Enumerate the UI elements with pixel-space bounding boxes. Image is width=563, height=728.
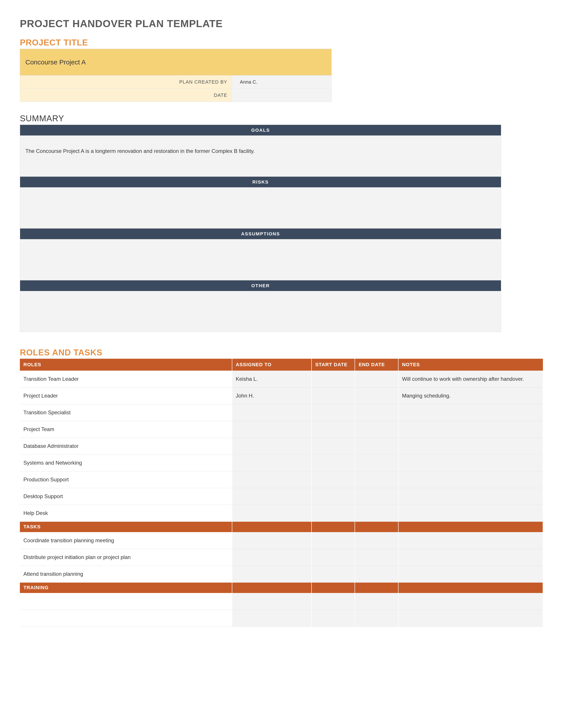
summary-other-body[interactable] — [20, 291, 501, 332]
assigned-cell[interactable] — [232, 532, 312, 549]
notes-cell[interactable] — [398, 404, 543, 421]
role-cell[interactable]: Project Leader — [20, 387, 232, 404]
notes-cell[interactable]: Manging scheduling. — [398, 387, 543, 404]
assigned-cell[interactable]: Keisha L. — [232, 371, 312, 387]
col-notes: NOTES — [398, 359, 543, 371]
notes-cell[interactable] — [398, 532, 543, 549]
end-cell[interactable] — [355, 488, 398, 505]
start-cell[interactable] — [312, 593, 355, 610]
summary-goals-body[interactable]: The Concourse Project A is a longterm re… — [20, 135, 501, 176]
task-row: Attend transition planning — [20, 566, 543, 582]
role-cell[interactable]: Transition Specialist — [20, 404, 232, 421]
role-cell[interactable]: Distribute project initiation plan or pr… — [20, 549, 232, 566]
assigned-cell[interactable] — [232, 471, 312, 488]
start-cell[interactable] — [312, 532, 355, 549]
col-start: START DATE — [312, 359, 355, 371]
task-row: Distribute project initiation plan or pr… — [20, 549, 543, 566]
date-value[interactable] — [232, 89, 332, 102]
col-assigned: ASSIGNED TO — [232, 359, 312, 371]
end-cell[interactable] — [355, 438, 398, 454]
start-cell[interactable] — [312, 471, 355, 488]
end-cell[interactable] — [355, 421, 398, 438]
notes-cell[interactable] — [398, 610, 543, 627]
end-cell[interactable] — [355, 387, 398, 404]
summary-risks-body[interactable] — [20, 187, 501, 228]
role-row: Production Support — [20, 471, 543, 488]
assigned-cell[interactable] — [232, 488, 312, 505]
start-cell[interactable] — [312, 454, 355, 471]
notes-cell[interactable] — [398, 549, 543, 566]
plan-created-by-value[interactable]: Anna C. — [232, 75, 332, 89]
end-cell[interactable] — [355, 593, 398, 610]
training-subheader: TRAINING — [20, 582, 543, 593]
role-cell[interactable] — [20, 593, 232, 610]
assigned-cell[interactable] — [232, 438, 312, 454]
assigned-cell[interactable] — [232, 505, 312, 522]
end-cell[interactable] — [355, 566, 398, 582]
notes-cell[interactable] — [398, 454, 543, 471]
notes-cell[interactable] — [398, 505, 543, 522]
role-row: Systems and Networking — [20, 454, 543, 471]
assigned-cell[interactable] — [232, 566, 312, 582]
start-cell[interactable] — [312, 610, 355, 627]
notes-cell[interactable] — [398, 438, 543, 454]
project-name-cell[interactable]: Concourse Project A — [20, 49, 332, 75]
summary-assumptions-body[interactable] — [20, 239, 501, 280]
role-cell[interactable]: Production Support — [20, 471, 232, 488]
assigned-cell[interactable]: John H. — [232, 387, 312, 404]
role-cell[interactable]: Coordinate transition planning meeting — [20, 532, 232, 549]
start-cell[interactable] — [312, 566, 355, 582]
project-title-heading: PROJECT TITLE — [20, 38, 543, 47]
role-cell[interactable]: Database Administrator — [20, 438, 232, 454]
summary-assumptions-band: ASSUMPTIONS — [20, 228, 501, 239]
assigned-cell[interactable] — [232, 593, 312, 610]
role-cell[interactable] — [20, 610, 232, 627]
project-title-table: Concourse Project A PLAN CREATED BY Anna… — [20, 49, 332, 102]
assigned-cell[interactable] — [232, 421, 312, 438]
notes-cell[interactable] — [398, 421, 543, 438]
assigned-cell[interactable] — [232, 610, 312, 627]
notes-cell[interactable] — [398, 471, 543, 488]
notes-cell[interactable] — [398, 488, 543, 505]
start-cell[interactable] — [312, 371, 355, 387]
assigned-cell[interactable] — [232, 404, 312, 421]
start-cell[interactable] — [312, 404, 355, 421]
notes-cell[interactable] — [398, 566, 543, 582]
role-row: Project LeaderJohn H.Manging scheduling. — [20, 387, 543, 404]
end-cell[interactable] — [355, 454, 398, 471]
start-cell[interactable] — [312, 505, 355, 522]
role-row: Help Desk — [20, 505, 543, 522]
role-row: Transition Specialist — [20, 404, 543, 421]
summary-risks-band: RISKS — [20, 176, 501, 187]
start-cell[interactable] — [312, 438, 355, 454]
start-cell[interactable] — [312, 549, 355, 566]
training-row — [20, 610, 543, 627]
role-row: Transition Team LeaderKeisha L.Will cont… — [20, 371, 543, 387]
start-cell[interactable] — [312, 421, 355, 438]
assigned-cell[interactable] — [232, 549, 312, 566]
notes-cell[interactable]: Will continue to work with ownership aft… — [398, 371, 543, 387]
task-row: Coordinate transition planning meeting — [20, 532, 543, 549]
role-row: Project Team — [20, 421, 543, 438]
end-cell[interactable] — [355, 404, 398, 421]
role-cell[interactable]: Help Desk — [20, 505, 232, 522]
end-cell[interactable] — [355, 471, 398, 488]
roles-tasks-heading: ROLES AND TASKS — [20, 348, 543, 357]
end-cell[interactable] — [355, 532, 398, 549]
role-cell[interactable]: Attend transition planning — [20, 566, 232, 582]
tasks-label: TASKS — [20, 522, 232, 532]
end-cell[interactable] — [355, 371, 398, 387]
notes-cell[interactable] — [398, 593, 543, 610]
end-cell[interactable] — [355, 610, 398, 627]
assigned-cell[interactable] — [232, 454, 312, 471]
end-cell[interactable] — [355, 505, 398, 522]
end-cell[interactable] — [355, 549, 398, 566]
role-cell[interactable]: Transition Team Leader — [20, 371, 232, 387]
start-cell[interactable] — [312, 387, 355, 404]
document-title: PROJECT HANDOVER PLAN TEMPLATE — [20, 18, 543, 30]
summary-heading: SUMMARY — [20, 114, 501, 123]
start-cell[interactable] — [312, 488, 355, 505]
role-cell[interactable]: Project Team — [20, 421, 232, 438]
role-cell[interactable]: Desktop Support — [20, 488, 232, 505]
role-cell[interactable]: Systems and Networking — [20, 454, 232, 471]
